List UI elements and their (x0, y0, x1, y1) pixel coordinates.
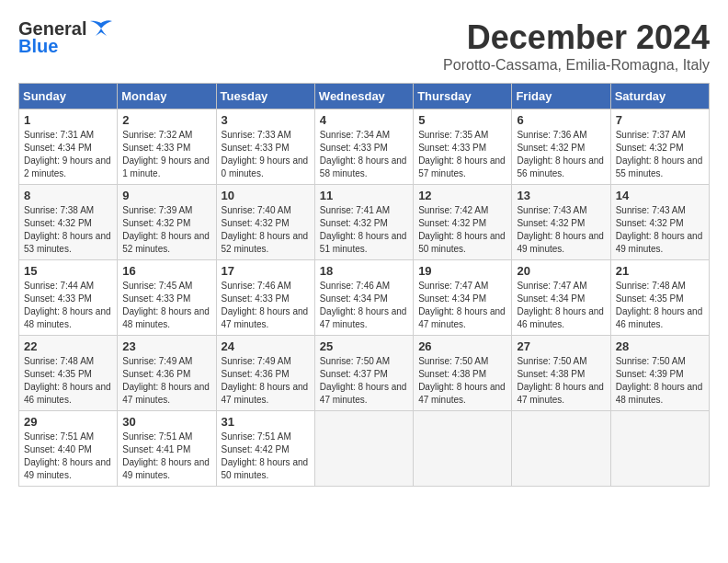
logo-blue: Blue (18, 36, 58, 57)
cell-details: Sunrise: 7:44 AMSunset: 4:33 PMDaylight:… (24, 280, 112, 331)
cell-details: Sunrise: 7:47 AMSunset: 4:34 PMDaylight:… (517, 280, 605, 331)
week-row-5: 29Sunrise: 7:51 AMSunset: 4:40 PMDayligh… (19, 411, 710, 487)
cell-details: Sunrise: 7:40 AMSunset: 4:32 PMDaylight:… (222, 204, 310, 256)
day-number: 26 (418, 339, 506, 353)
header: General Blue December 2024 Porotto-Cassa… (18, 18, 710, 74)
header-row: Sunday Monday Tuesday Wednesday Thursday… (19, 84, 710, 109)
day-number: 12 (418, 189, 506, 202)
day-number: 18 (320, 264, 408, 278)
cell-details: Sunrise: 7:31 AMSunset: 4:34 PMDaylight:… (24, 129, 112, 180)
day-number: 5 (418, 113, 506, 127)
day-number: 31 (222, 415, 310, 429)
day-number: 24 (222, 339, 310, 353)
calendar-cell: 4Sunrise: 7:34 AMSunset: 4:33 PMDaylight… (314, 109, 413, 185)
calendar-cell: 13Sunrise: 7:43 AMSunset: 4:32 PMDayligh… (512, 185, 610, 260)
day-number: 2 (122, 113, 210, 127)
calendar-cell: 15Sunrise: 7:44 AMSunset: 4:33 PMDayligh… (19, 260, 118, 336)
calendar-table: Sunday Monday Tuesday Wednesday Thursday… (18, 83, 710, 487)
cell-details: Sunrise: 7:37 AMSunset: 4:32 PMDaylight:… (616, 129, 704, 180)
cell-details: Sunrise: 7:49 AMSunset: 4:36 PMDaylight:… (222, 355, 310, 407)
day-number: 28 (616, 339, 704, 353)
calendar-cell: 1Sunrise: 7:31 AMSunset: 4:34 PMDaylight… (19, 109, 118, 185)
cell-details: Sunrise: 7:45 AMSunset: 4:33 PMDaylight:… (122, 280, 210, 331)
calendar-cell: 6Sunrise: 7:36 AMSunset: 4:32 PMDaylight… (512, 109, 610, 185)
cell-details: Sunrise: 7:34 AMSunset: 4:33 PMDaylight:… (320, 129, 408, 180)
day-number: 22 (24, 339, 112, 353)
col-friday: Friday (512, 84, 610, 109)
day-number: 6 (517, 113, 605, 127)
week-row-2: 8Sunrise: 7:38 AMSunset: 4:32 PMDaylight… (19, 185, 710, 260)
day-number: 11 (320, 189, 408, 202)
calendar-cell (314, 411, 413, 487)
calendar-cell: 17Sunrise: 7:46 AMSunset: 4:33 PMDayligh… (216, 260, 314, 336)
day-number: 1 (24, 113, 112, 127)
col-monday: Monday (118, 84, 216, 109)
day-number: 19 (418, 264, 506, 278)
day-number: 27 (517, 339, 605, 353)
calendar-cell: 21Sunrise: 7:48 AMSunset: 4:35 PMDayligh… (610, 260, 709, 336)
location: Porotto-Cassama, Emilia-Romagna, Italy (443, 57, 710, 74)
day-number: 25 (320, 339, 408, 353)
calendar-cell: 7Sunrise: 7:37 AMSunset: 4:32 PMDaylight… (610, 109, 709, 185)
day-number: 23 (122, 339, 210, 353)
cell-details: Sunrise: 7:32 AMSunset: 4:33 PMDaylight:… (122, 129, 210, 180)
week-row-1: 1Sunrise: 7:31 AMSunset: 4:34 PMDaylight… (19, 109, 710, 185)
day-number: 29 (24, 415, 112, 429)
calendar-cell: 20Sunrise: 7:47 AMSunset: 4:34 PMDayligh… (512, 260, 610, 336)
calendar-cell: 22Sunrise: 7:48 AMSunset: 4:35 PMDayligh… (19, 336, 118, 411)
calendar-cell (414, 411, 512, 487)
cell-details: Sunrise: 7:50 AMSunset: 4:39 PMDaylight:… (616, 355, 704, 407)
day-number: 8 (24, 189, 112, 202)
day-number: 3 (222, 113, 310, 127)
cell-details: Sunrise: 7:51 AMSunset: 4:41 PMDaylight:… (122, 431, 210, 482)
calendar-cell: 26Sunrise: 7:50 AMSunset: 4:38 PMDayligh… (414, 336, 512, 411)
day-number: 30 (122, 415, 210, 429)
calendar-cell: 3Sunrise: 7:33 AMSunset: 4:33 PMDaylight… (216, 109, 314, 185)
cell-details: Sunrise: 7:33 AMSunset: 4:33 PMDaylight:… (222, 129, 310, 180)
cell-details: Sunrise: 7:39 AMSunset: 4:32 PMDaylight:… (122, 204, 210, 256)
title-block: December 2024 Porotto-Cassama, Emilia-Ro… (443, 18, 710, 74)
cell-details: Sunrise: 7:42 AMSunset: 4:32 PMDaylight:… (418, 204, 506, 256)
cell-details: Sunrise: 7:48 AMSunset: 4:35 PMDaylight:… (616, 280, 704, 331)
day-number: 16 (122, 264, 210, 278)
col-saturday: Saturday (610, 84, 709, 109)
calendar-cell: 11Sunrise: 7:41 AMSunset: 4:32 PMDayligh… (314, 185, 413, 260)
cell-details: Sunrise: 7:43 AMSunset: 4:32 PMDaylight:… (616, 204, 704, 256)
calendar-cell: 2Sunrise: 7:32 AMSunset: 4:33 PMDaylight… (118, 109, 216, 185)
calendar-cell: 23Sunrise: 7:49 AMSunset: 4:36 PMDayligh… (118, 336, 216, 411)
cell-details: Sunrise: 7:50 AMSunset: 4:37 PMDaylight:… (320, 355, 408, 407)
col-tuesday: Tuesday (216, 84, 314, 109)
day-number: 4 (320, 113, 408, 127)
logo: General Blue (18, 18, 114, 57)
day-number: 14 (616, 189, 704, 202)
col-thursday: Thursday (414, 84, 512, 109)
calendar-cell: 27Sunrise: 7:50 AMSunset: 4:38 PMDayligh… (512, 336, 610, 411)
calendar-cell: 19Sunrise: 7:47 AMSunset: 4:34 PMDayligh… (414, 260, 512, 336)
calendar-cell: 12Sunrise: 7:42 AMSunset: 4:32 PMDayligh… (414, 185, 512, 260)
month-title: December 2024 (443, 18, 710, 57)
calendar-cell: 5Sunrise: 7:35 AMSunset: 4:33 PMDaylight… (414, 109, 512, 185)
calendar-cell: 31Sunrise: 7:51 AMSunset: 4:42 PMDayligh… (216, 411, 314, 487)
calendar-cell: 10Sunrise: 7:40 AMSunset: 4:32 PMDayligh… (216, 185, 314, 260)
calendar-cell: 28Sunrise: 7:50 AMSunset: 4:39 PMDayligh… (610, 336, 709, 411)
day-number: 20 (517, 264, 605, 278)
day-number: 21 (616, 264, 704, 278)
calendar-cell (512, 411, 610, 487)
cell-details: Sunrise: 7:35 AMSunset: 4:33 PMDaylight:… (418, 129, 506, 180)
calendar-cell: 8Sunrise: 7:38 AMSunset: 4:32 PMDaylight… (19, 185, 118, 260)
day-number: 10 (222, 189, 310, 202)
calendar-cell: 29Sunrise: 7:51 AMSunset: 4:40 PMDayligh… (19, 411, 118, 487)
cell-details: Sunrise: 7:47 AMSunset: 4:34 PMDaylight:… (418, 280, 506, 331)
day-number: 7 (616, 113, 704, 127)
cell-details: Sunrise: 7:46 AMSunset: 4:33 PMDaylight:… (222, 280, 310, 331)
day-number: 9 (122, 189, 210, 202)
calendar-cell: 9Sunrise: 7:39 AMSunset: 4:32 PMDaylight… (118, 185, 216, 260)
calendar-cell (610, 411, 709, 487)
day-number: 13 (517, 189, 605, 202)
cell-details: Sunrise: 7:49 AMSunset: 4:36 PMDaylight:… (122, 355, 210, 407)
logo-bird-icon (88, 19, 114, 40)
day-number: 17 (222, 264, 310, 278)
cell-details: Sunrise: 7:46 AMSunset: 4:34 PMDaylight:… (320, 280, 408, 331)
calendar-cell: 16Sunrise: 7:45 AMSunset: 4:33 PMDayligh… (118, 260, 216, 336)
calendar-cell: 24Sunrise: 7:49 AMSunset: 4:36 PMDayligh… (216, 336, 314, 411)
